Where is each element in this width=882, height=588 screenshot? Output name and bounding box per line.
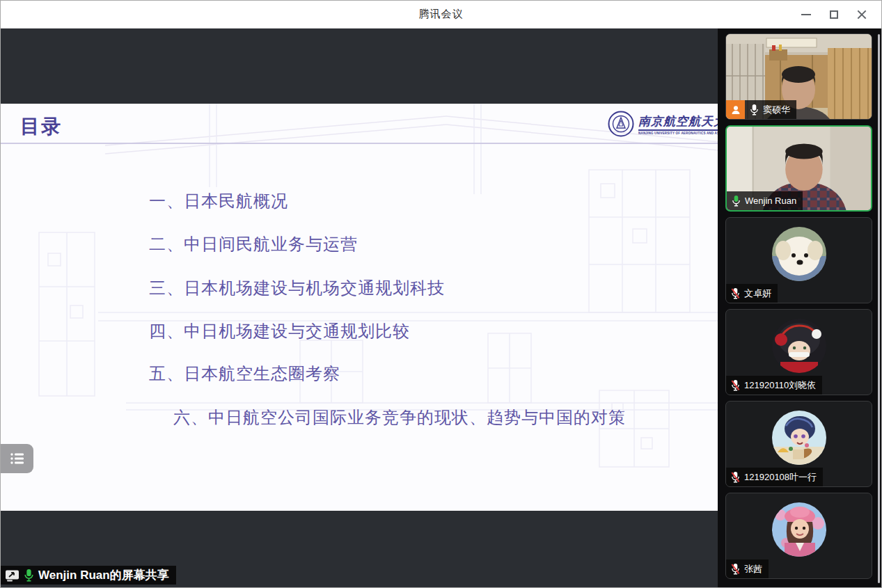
university-logo: 南京航空航天大學 NANJING UNIVERSITY OF AERONAUTI… <box>608 111 719 137</box>
participant-name: Wenjin Ruan <box>745 196 796 206</box>
participants-scrollbar[interactable] <box>878 34 880 583</box>
maximize-icon <box>830 10 838 19</box>
screen-share-icon <box>5 569 19 582</box>
participant-tile-wen-zhuoyan[interactable]: 文卓妍 <box>725 217 872 303</box>
participant-name-label: 文卓妍 <box>726 284 778 303</box>
lattice-d <box>599 390 669 467</box>
participant-name: 121920110刘晓依 <box>744 379 816 392</box>
mic-speaking-icon <box>24 569 34 582</box>
avatar <box>772 319 826 373</box>
toc-item-3: 三、日本机场建设与机场交通规划科技 <box>149 277 445 299</box>
participant-tile-liu-xiaoyi[interactable]: 121920110刘晓依 <box>725 309 872 395</box>
mic-muted-icon <box>731 379 740 391</box>
participant-name: 文卓妍 <box>744 287 771 300</box>
shared-screen-region: 目录 南京航空航天大學 NANJING UNIVERSITY OF AERONA… <box>1 29 719 588</box>
mic-on-icon <box>750 104 759 116</box>
window-controls <box>792 1 876 29</box>
lattice-a <box>589 170 690 312</box>
mic-muted-icon <box>731 471 740 483</box>
participant-tile-zhang-qian[interactable]: 张茜 <box>725 493 872 579</box>
avatar <box>772 227 826 281</box>
toc-item-1: 一、日本民航概况 <box>149 190 288 212</box>
participant-name-label: Wenjin Ruan <box>727 191 803 210</box>
participant-name-label: 张茜 <box>726 559 769 578</box>
participants-panel: 窦硕华 <box>718 29 881 588</box>
screen-share-banner: Wenjin Ruan的屏幕共享 <box>1 566 176 585</box>
avatar <box>772 411 826 465</box>
avatar <box>772 502 826 557</box>
participant-tile-dou-shuohua[interactable]: 窦硕华 <box>725 33 872 120</box>
participant-name: 121920108叶一行 <box>744 471 817 484</box>
toc-item-4: 四、中日机场建设与交通规划比较 <box>149 320 410 342</box>
maximize-button[interactable] <box>820 1 848 29</box>
slide-outline-button[interactable] <box>1 444 33 473</box>
participant-name: 张茜 <box>744 563 762 575</box>
window-titlebar: 腾讯会议 <box>1 1 881 29</box>
presentation-slide: 目录 南京航空航天大學 NANJING UNIVERSITY OF AERONA… <box>1 104 719 511</box>
university-name-cn: 南京航空航天大學 <box>638 113 719 129</box>
university-emblem-icon <box>608 111 634 137</box>
participant-name-label: 窦硕华 <box>726 100 796 119</box>
toc-item-5: 五、日本航空生态圈考察 <box>149 363 340 385</box>
window-title: 腾讯会议 <box>419 8 464 21</box>
participant-name-label: 121920108叶一行 <box>726 468 823 486</box>
slide-title: 目录 <box>20 113 62 140</box>
toc-item-6: 六、中日航空公司国际业务竞争的现状、趋势与中国的对策 <box>173 406 626 429</box>
close-icon <box>857 10 867 19</box>
mic-muted-icon <box>731 563 740 575</box>
meeting-window: 腾讯会议 <box>0 0 882 588</box>
minimize-button[interactable] <box>792 1 820 29</box>
lattice-c <box>488 333 531 403</box>
lattice-b <box>39 232 95 396</box>
participant-tile-ye-yixing[interactable]: 121920108叶一行 <box>725 401 872 487</box>
slide-divider <box>1 143 719 144</box>
participant-name-label: 121920110刘晓依 <box>726 376 822 395</box>
close-button[interactable] <box>848 1 876 29</box>
participant-tile-wenjin-ruan[interactable]: Wenjin Ruan <box>725 125 872 212</box>
host-badge-icon <box>726 100 745 119</box>
minimize-icon <box>801 14 811 15</box>
university-name-en: NANJING UNIVERSITY OF AERONAUTICS AND AS… <box>638 129 719 135</box>
share-banner-text: Wenjin Ruan的屏幕共享 <box>38 567 169 583</box>
mic-speaking-icon <box>732 195 741 207</box>
participant-name: 窦硕华 <box>763 104 790 116</box>
slide-watermark <box>1 104 719 511</box>
toc-item-2: 二、中日间民航业务与运营 <box>149 233 358 255</box>
mic-muted-icon <box>731 287 740 299</box>
list-icon <box>9 452 26 466</box>
